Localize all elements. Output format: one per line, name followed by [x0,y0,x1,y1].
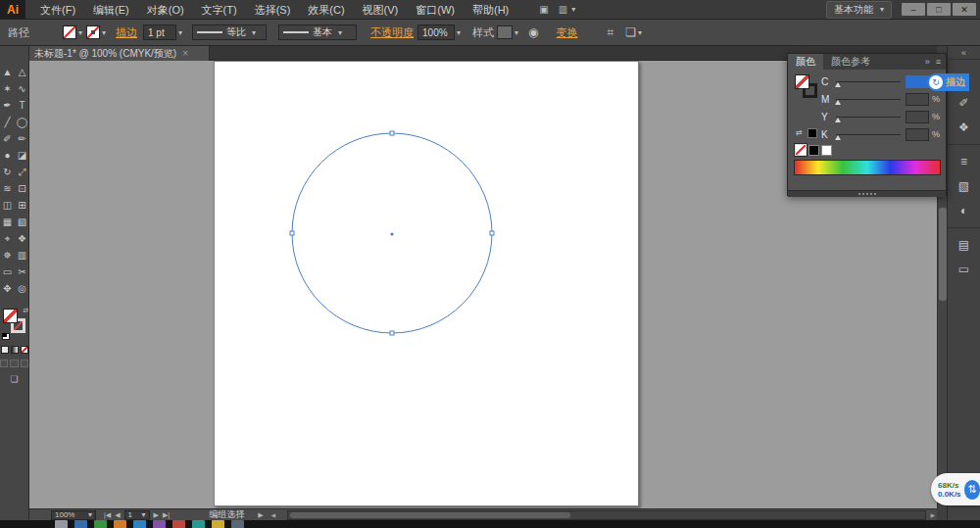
collapse-panel-icon[interactable]: » [925,57,930,67]
dock-panel-button[interactable]: ≡ [948,144,980,173]
slider-thumb-icon[interactable] [835,82,841,87]
tool-button[interactable]: ● [0,147,15,164]
recolor-artwork-icon[interactable]: ◉ [528,25,538,39]
channel-value-field[interactable] [906,93,929,106]
first-artboard-icon[interactable]: |◀ [104,511,111,519]
status-menu-icon[interactable]: ▶ [258,511,263,519]
channel-slider[interactable] [836,117,901,118]
horizontal-scrollbar[interactable] [287,510,926,520]
draw-normal-button[interactable] [0,360,8,367]
fill-stroke-proxy[interactable]: ⇄ [0,307,29,340]
brush-definition-select[interactable]: 基本 ▾ [278,24,357,40]
next-artboard-icon[interactable]: ▶ [154,511,159,519]
channel-value-field[interactable] [906,128,929,141]
menu-item[interactable]: 窗口(W) [407,0,464,20]
tool-button[interactable]: ▦ [0,214,15,230]
scroll-left-icon[interactable]: ◀ [270,511,278,518]
color-button[interactable] [1,346,9,354]
default-colors-icon[interactable] [2,333,10,340]
slider-thumb-icon[interactable] [835,100,841,105]
horizontal-scroll-thumb[interactable] [290,512,570,518]
tool-button[interactable]: ∿ [15,80,29,97]
dock-highlight-tooltip[interactable]: ↻ 描边 [927,73,969,91]
anchor-point-top[interactable] [390,131,394,135]
tool-button[interactable]: ✐ [0,130,15,147]
white-swatch[interactable] [821,145,832,156]
tool-button[interactable]: ⤢ [15,164,29,180]
tool-button[interactable]: ⊡ [15,180,29,197]
chevron-down-icon[interactable]: ▾ [102,28,106,37]
tool-button[interactable]: ✂ [15,264,29,280]
anchor-point-right[interactable] [490,231,494,235]
panel-fill-swatch[interactable] [795,74,809,89]
dock-panel-button[interactable]: ▧ [948,173,980,198]
tab-color[interactable]: 颜色 [788,54,823,70]
close-tab-icon[interactable]: × [182,48,188,59]
speed-monitor-icon[interactable]: ⇅ [964,480,980,500]
dock-panel-button[interactable]: ✐ [948,90,980,115]
chevron-down-icon[interactable]: ▾ [78,28,82,37]
isolate-options-button[interactable]: ❏ ▾ [625,25,642,39]
arrange-documents-icon[interactable]: ▥▾ [559,4,575,15]
channel-slider[interactable] [836,81,901,82]
tool-button[interactable]: ≋ [0,180,15,197]
tool-button[interactable]: ⌖ [0,230,15,247]
panel-resize-grip[interactable] [788,190,946,197]
fill-proxy-swatch[interactable] [3,309,18,323]
taskbar-icon[interactable] [192,520,205,528]
menu-item[interactable]: 帮助(H) [464,0,517,20]
chevron-down-icon[interactable]: ▾ [178,28,182,37]
chevron-down-icon[interactable]: ▾ [514,28,518,37]
menu-item[interactable]: 对象(O) [138,0,193,20]
taskbar-icon[interactable] [94,520,107,528]
none-swatch[interactable] [795,144,807,156]
tool-button[interactable]: T [15,97,29,114]
menu-item[interactable]: 文件(F) [31,0,84,20]
tool-button[interactable]: ✥ [0,280,15,297]
fill-none-swatch[interactable] [63,25,76,39]
tool-button[interactable]: ◎ [15,280,29,297]
close-button[interactable]: ✕ [953,3,976,16]
channel-slider[interactable] [836,99,901,100]
scroll-right-icon[interactable]: ▶ [928,511,937,518]
style-swatch[interactable] [497,25,513,39]
width-profile-select[interactable]: 等比 ▾ [192,24,267,40]
draw-behind-button[interactable] [10,360,18,367]
tool-button[interactable]: ▭ [0,264,15,280]
dock-panel-button[interactable]: ❖ [948,115,980,139]
swap-fill-stroke-icon[interactable]: ⇄ [23,307,28,314]
tool-button[interactable]: ◯ [15,114,29,130]
taskbar-icon[interactable] [172,520,185,528]
maximize-button[interactable]: □ [927,3,951,16]
taskbar-icon[interactable] [133,520,146,528]
anchor-point-bottom[interactable] [390,331,394,335]
tool-button[interactable]: ◪ [15,147,29,164]
taskbar-icon[interactable] [114,520,126,528]
anchor-point-left[interactable] [290,231,294,235]
menu-item[interactable]: 编辑(E) [84,0,138,20]
stroke-none-swatch[interactable] [86,25,100,39]
taskbar-icon[interactable] [74,520,87,528]
tab-color-guide[interactable]: 颜色参考 [823,54,878,70]
tool-button[interactable]: ▲ [0,64,15,80]
dock-panel-button[interactable]: ▤ [948,227,980,257]
net-speed-overlay[interactable]: 68K/s 0.0K/s ⇅ [931,473,980,505]
tool-button[interactable]: ✶ [0,80,15,97]
swap-fill-stroke-icon[interactable]: ⇄ [796,128,803,137]
channel-value-field[interactable] [906,75,929,88]
tool-button[interactable]: ▥ [15,247,29,264]
color-spectrum-bar[interactable] [794,160,941,175]
menu-item[interactable]: 文字(T) [193,0,246,20]
menu-item[interactable]: 选择(S) [246,0,300,20]
taskbar-icon[interactable] [153,520,166,528]
stroke-weight-field[interactable]: 1 pt [143,24,176,40]
tool-button[interactable]: ╱ [0,114,15,130]
tool-button[interactable]: ✏ [15,130,29,147]
graphic-style-select[interactable]: ▾ [497,25,518,39]
taskbar-icon[interactable] [55,520,68,528]
chevron-down-icon[interactable]: ▾ [457,28,461,37]
dock-panel-button[interactable]: ◐ [948,198,980,222]
last-color-swatch[interactable] [808,128,817,138]
black-swatch[interactable] [808,145,819,156]
gradient-button[interactable] [11,346,19,354]
